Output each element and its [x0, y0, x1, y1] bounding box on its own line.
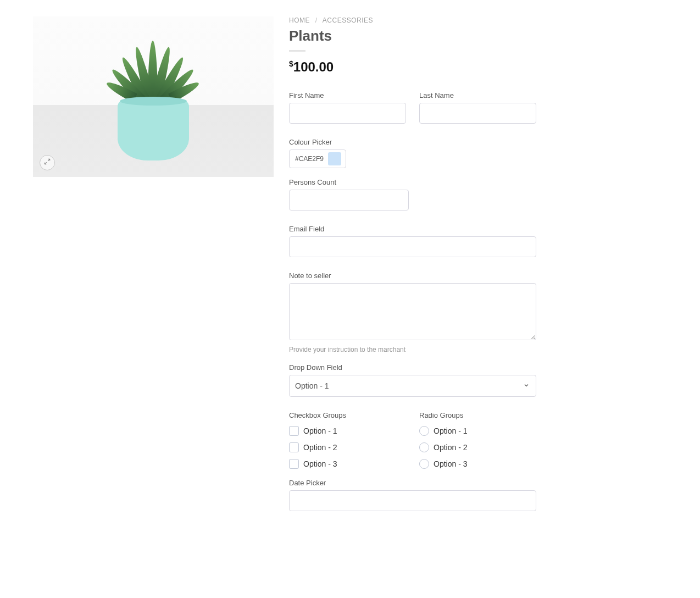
product-image[interactable]: [33, 16, 274, 177]
radio-groups-label: Radio Groups: [419, 411, 536, 419]
checkbox-option-3[interactable]: Option - 3: [289, 459, 406, 469]
product-title: Plants: [289, 27, 536, 45]
radio-option-3-label: Option - 3: [434, 459, 467, 468]
persons-count-input[interactable]: [289, 190, 409, 211]
radio-icon: [419, 459, 429, 469]
breadcrumb-separator: /: [315, 16, 318, 24]
persons-count-label: Persons Count: [289, 178, 409, 186]
colour-picker-hex: #CAE2F9: [295, 155, 324, 163]
checkbox-option-1-label: Option - 1: [303, 427, 337, 435]
colour-picker-input[interactable]: #CAE2F9: [289, 150, 346, 168]
radio-option-1-label: Option - 1: [434, 427, 467, 435]
note-to-seller-label: Note to seller: [289, 272, 536, 280]
checkbox-icon: [289, 426, 299, 436]
note-helper-text: Provide your instruction to the marchant: [289, 346, 536, 353]
checkbox-option-2[interactable]: Option - 2: [289, 442, 406, 452]
price-amount: 100.00: [293, 59, 334, 74]
date-picker-label: Date Picker: [289, 479, 536, 487]
breadcrumb-home-link[interactable]: HOME: [289, 16, 310, 24]
email-field-input[interactable]: [289, 236, 536, 257]
checkbox-groups-label: Checkbox Groups: [289, 411, 406, 419]
note-to-seller-textarea[interactable]: [289, 283, 536, 340]
breadcrumb-category-link[interactable]: ACCESSORIES: [323, 16, 373, 24]
radio-icon: [419, 426, 429, 436]
checkbox-option-1[interactable]: Option - 1: [289, 426, 406, 436]
last-name-input[interactable]: [419, 103, 536, 124]
first-name-label: First Name: [289, 91, 406, 99]
dropdown-field-select[interactable]: Option - 1: [289, 375, 536, 397]
dropdown-field-label: Drop Down Field: [289, 363, 536, 372]
title-divider: [289, 50, 305, 52]
colour-picker-label: Colour Picker: [289, 138, 536, 146]
expand-icon: [43, 158, 51, 168]
expand-image-button[interactable]: [40, 155, 55, 170]
plant-illustration: [104, 35, 203, 107]
date-picker-input[interactable]: [289, 490, 536, 511]
checkbox-option-2-label: Option - 2: [303, 443, 337, 452]
radio-option-1[interactable]: Option - 1: [419, 426, 536, 436]
plant-pot: [118, 100, 189, 160]
price-currency: $: [289, 59, 293, 68]
radio-icon: [419, 442, 429, 452]
radio-option-3[interactable]: Option - 3: [419, 459, 536, 469]
checkbox-icon: [289, 442, 299, 452]
last-name-label: Last Name: [419, 91, 536, 99]
breadcrumb: HOME / ACCESSORIES: [289, 16, 536, 24]
checkbox-icon: [289, 459, 299, 469]
checkbox-option-3-label: Option - 3: [303, 459, 337, 468]
radio-option-2-label: Option - 2: [434, 443, 467, 452]
first-name-input[interactable]: [289, 103, 406, 124]
email-field-label: Email Field: [289, 225, 536, 233]
product-price: $100.00: [289, 59, 536, 75]
colour-swatch: [328, 152, 341, 165]
radio-option-2[interactable]: Option - 2: [419, 442, 536, 452]
